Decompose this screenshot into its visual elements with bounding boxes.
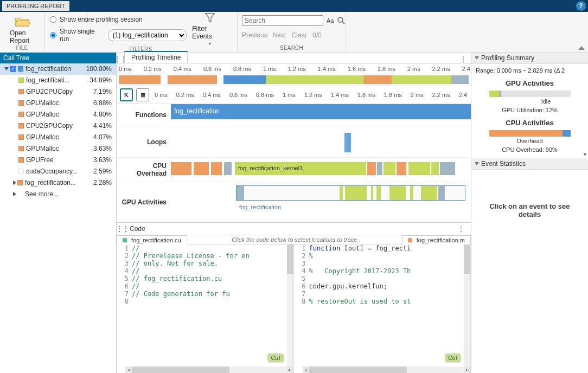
- cpu-seg[interactable]: [224, 162, 232, 175]
- next-button[interactable]: Next: [273, 31, 286, 39]
- scrollbar-v[interactable]: [287, 245, 293, 366]
- gpu-seg[interactable]: [421, 186, 437, 200]
- search-icon[interactable]: [337, 16, 346, 25]
- gpu-seg[interactable]: [389, 186, 406, 200]
- call-tree-row[interactable]: See more...: [0, 189, 116, 200]
- code-line[interactable]: 5: [294, 275, 471, 282]
- cpu-seg[interactable]: [367, 162, 376, 175]
- code-line[interactable]: 4% Copyright 2017-2023 Th: [294, 267, 471, 275]
- code-line[interactable]: 5// fog_rectification.cu: [117, 275, 293, 282]
- view-list-button[interactable]: ≣: [136, 88, 149, 101]
- code-pane-cu[interactable]: 1//2// Prerelease License - for en3// on…: [117, 245, 294, 373]
- timeline-ruler-tracks[interactable]: 0 ms0.2 ms0.4 ms0.6 ms0.8 ms1 ms1.2 ms1.…: [152, 89, 468, 100]
- gpu-seg[interactable]: [340, 186, 343, 200]
- expand-icon[interactable]: [13, 192, 16, 196]
- code-line[interactable]: 4//: [117, 267, 293, 275]
- open-report-button[interactable]: Open Report: [4, 13, 40, 44]
- call-tree-row[interactable]: fog_rectification...2.28%: [0, 177, 116, 189]
- call-tree-row[interactable]: GPUFree3.63%: [0, 155, 116, 166]
- cpu-seg[interactable]: [440, 162, 455, 175]
- gpu-lane[interactable]: [236, 185, 465, 201]
- code-tab-m[interactable]: fog_rectification.m: [402, 235, 471, 245]
- cpu-seg[interactable]: [194, 162, 209, 175]
- gpu-seg[interactable]: [237, 186, 244, 200]
- scrollbar-v[interactable]: [464, 245, 470, 366]
- show-entire-radio[interactable]: Show entire profiling session: [50, 15, 187, 24]
- code-line[interactable]: 3// only. Not for sale.: [117, 260, 293, 267]
- expand-icon[interactable]: [13, 181, 16, 185]
- code-line[interactable]: 6coder.gpu.kernelfun;: [294, 282, 471, 290]
- call-tree-row[interactable]: GPUMalloc4.80%: [0, 109, 116, 120]
- gpu-seg[interactable]: [410, 186, 413, 200]
- code-hint: Click the code below to select locations…: [187, 235, 402, 245]
- cpu-seg[interactable]: [377, 162, 382, 175]
- gpu-seg[interactable]: [376, 186, 381, 200]
- cpu-seg[interactable]: [397, 162, 406, 175]
- code-line[interactable]: 8: [117, 298, 293, 305]
- run-select[interactable]: (1) fog_rectification: [108, 29, 187, 41]
- cpu-seg[interactable]: [408, 162, 430, 175]
- gpu-seg[interactable]: [371, 186, 373, 200]
- scrollbar-h[interactable]: ◂▸: [132, 366, 287, 373]
- code-line[interactable]: 6//: [117, 282, 293, 290]
- code-drag-handle-icon[interactable]: ⋮⋮: [119, 225, 126, 233]
- code-line[interactable]: 7// Code generation for fu: [117, 290, 293, 298]
- track-gpu-activities[interactable]: GPU Activities f: [117, 182, 471, 222]
- code-line[interactable]: 2// Prerelease License - for en: [117, 252, 293, 260]
- gpu-seg[interactable]: [345, 186, 367, 200]
- call-tree-row[interactable]: GPUMalloc4.07%: [0, 132, 116, 143]
- code-line[interactable]: 2%: [294, 252, 471, 260]
- profiling-summary-header[interactable]: Profiling Summary: [471, 53, 588, 64]
- cpu-seg[interactable]: [211, 162, 222, 175]
- prev-button[interactable]: Previous: [242, 31, 267, 39]
- clear-button[interactable]: Clear: [291, 31, 307, 39]
- call-tree-row[interactable]: fog_rectificati...34.89%: [0, 75, 116, 86]
- code-line[interactable]: 1//: [117, 245, 293, 252]
- track-loops[interactable]: Loops: [117, 126, 471, 158]
- track-functions[interactable]: Functions fog_rectification: [117, 104, 471, 126]
- search-input[interactable]: [242, 15, 323, 26]
- call-tree-row[interactable]: ✓fog_rectification100.00%: [0, 63, 116, 75]
- call-tree-row[interactable]: GPU2CPUCopy7.19%: [0, 86, 116, 98]
- event-statistics-header[interactable]: Event Statistics: [471, 158, 588, 170]
- call-tree-list[interactable]: ✓fog_rectification100.00%fog_rectificati…: [0, 63, 116, 200]
- timeline-minimap[interactable]: [117, 74, 471, 86]
- call-tree-name: fog_rectification...: [25, 179, 84, 186]
- match-case-toggle[interactable]: Aa: [327, 17, 334, 24]
- timeline-ruler-top[interactable]: 0 ms0.2 ms0.4 ms0.6 ms0.8 ms1 ms1.2 ms1.…: [117, 63, 471, 74]
- cpu-seg[interactable]: [171, 162, 191, 175]
- track-cpu-overhead[interactable]: CPU Overhead fog_rectification_kernel1: [117, 158, 471, 182]
- cpu-kernel-bar[interactable]: fog_rectification_kernel1: [235, 162, 350, 175]
- cpu-seg[interactable]: [431, 162, 439, 175]
- code-line[interactable]: 8% restoreOut is used to st: [294, 298, 471, 305]
- scrollbar-h[interactable]: ◂▸: [309, 366, 464, 373]
- code-line[interactable]: 3: [294, 260, 471, 267]
- call-tree-row[interactable]: GPUMalloc6.88%: [0, 98, 116, 109]
- call-tree-name: See more...: [25, 190, 84, 198]
- call-tree-row[interactable]: CPU2GPUCopy4.41%: [0, 120, 116, 132]
- view-kernel-button[interactable]: K: [120, 88, 133, 101]
- code-tab-cu[interactable]: fog_rectification.cu: [117, 235, 187, 245]
- call-tree-row[interactable]: GPUMalloc3.63%: [0, 143, 116, 155]
- function-bar[interactable]: fog_rectification: [171, 104, 471, 119]
- call-tree-row[interactable]: cudaOccupancy...2.59%: [0, 166, 116, 177]
- code-pane-m[interactable]: 1function [out] = fog_recti2%34% Copyrig…: [294, 245, 471, 373]
- collapse-down-icon[interactable]: ▾: [584, 151, 586, 157]
- tab-profiling-timeline[interactable]: Profiling Timeline: [124, 51, 188, 63]
- toolstrip: Open Report FILE Show entire profiling s…: [0, 12, 588, 53]
- code-menu-icon[interactable]: ⋮: [453, 225, 469, 233]
- cpu-seg[interactable]: [384, 162, 395, 175]
- filter-events-button[interactable]: Filter Events ▾: [187, 12, 233, 46]
- help-icon[interactable]: ?: [576, 1, 586, 11]
- gpu-seg[interactable]: [438, 186, 445, 200]
- collapse-toolstrip-icon[interactable]: [578, 46, 585, 50]
- loop-bar[interactable]: [344, 133, 351, 152]
- code-line[interactable]: 1function [out] = fog_recti: [294, 245, 471, 252]
- tab-drag-handle-icon[interactable]: ⋮⋮: [117, 55, 124, 63]
- show-single-radio[interactable]: Show single run (1) fog_rectification: [50, 27, 187, 44]
- code-line[interactable]: 7: [294, 290, 471, 298]
- checkbox-icon[interactable]: ✓: [10, 66, 16, 72]
- expand-icon[interactable]: [4, 67, 9, 70]
- tab-menu-icon[interactable]: ⋮: [456, 55, 471, 63]
- cpu-seg[interactable]: [350, 162, 366, 175]
